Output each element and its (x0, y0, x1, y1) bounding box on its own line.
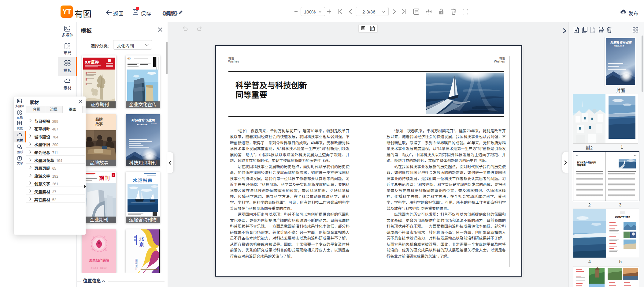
svg-text:#: # (371, 27, 373, 30)
svg-text:CONTENTS: CONTENTS (615, 216, 630, 219)
